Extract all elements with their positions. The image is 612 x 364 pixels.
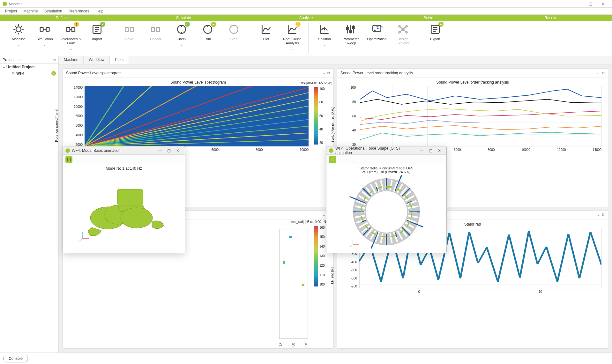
ytick: 12000 — [69, 95, 83, 99]
ribbon-machine-button[interactable]: Machine⌄ — [8, 23, 29, 53]
ytick: 40 — [344, 129, 356, 132]
window-minimize-button[interactable]: — — [571, 2, 584, 6]
cbtick: 60 — [319, 114, 325, 118]
import-icon: ✓ — [91, 23, 103, 36]
chart-title: Stator radial + circumferential OFS at 1… — [359, 166, 413, 174]
popout-icon[interactable]: ⧉ — [602, 71, 605, 75]
ribbon-run-button[interactable]: ▶Run — [198, 23, 218, 53]
tab-workflow[interactable]: Workflow — [84, 56, 110, 64]
plot-selector-spectrogram[interactable]: Sound Power Level spectrogram — [66, 71, 320, 75]
ytick: 100 — [344, 86, 356, 89]
window-maximize-button[interactable]: ▢ — [164, 148, 173, 153]
xtick: 10000 — [521, 148, 530, 152]
ytick: 14000 — [69, 86, 83, 89]
menu-project[interactable]: Project — [2, 8, 20, 14]
ribbon-label: Stop — [230, 37, 238, 41]
svg-rect-9 — [156, 27, 160, 32]
svg-point-12 — [230, 25, 238, 33]
cbtick: 140 — [319, 245, 325, 248]
content-tabs: Machine Workflow Plots — [59, 56, 612, 64]
ribbon-label: Tolerances & Fault — [61, 37, 81, 45]
ribbon-label: Simulation — [36, 37, 53, 41]
float-title: WF4: Operational Force Shape (OFS) anima… — [335, 146, 417, 155]
save-figure-icon[interactable] — [329, 156, 336, 163]
ribbon-plot-button[interactable]: Plot — [256, 23, 276, 53]
cbtick: 80 — [319, 100, 325, 104]
ytick: 60 — [344, 115, 356, 118]
play-badge-icon: ▶ — [438, 22, 444, 27]
xtick: 8000 — [488, 148, 495, 152]
xtick: 88 — [304, 343, 308, 346]
ribbon-label: Import — [92, 37, 102, 41]
ribbon-solution-button[interactable]: Solution⌄ — [314, 23, 335, 53]
xtick: 10000 — [300, 148, 309, 152]
ribbon-export-button[interactable]: ▶Export — [425, 23, 445, 53]
menu-simulation[interactable]: Simulation — [41, 8, 65, 14]
chevron-down-icon[interactable]: ⌄ — [597, 71, 600, 75]
status-ok-icon: ✓ — [51, 71, 56, 76]
spectrogram-viz — [85, 86, 309, 146]
console-bar: Console — [0, 353, 612, 364]
xtick: 12000 — [557, 148, 566, 152]
console-button[interactable]: Console — [3, 355, 28, 362]
xtick: 8000 — [256, 148, 263, 152]
rootcause-icon: ! — [286, 23, 299, 36]
popout-icon[interactable]: ⧉ — [602, 212, 605, 217]
plot-selector-order-tracking[interactable]: Sound Power Level order tracking analysi… — [340, 71, 595, 75]
menu-machine[interactable]: Machine — [20, 8, 41, 14]
window-minimize-button[interactable]: — — [417, 148, 426, 153]
window-close-button[interactable]: ✕ — [435, 148, 444, 153]
xtick: 0 — [418, 290, 420, 293]
window-minimize-button[interactable]: — — [155, 148, 164, 153]
svg-point-67 — [121, 208, 153, 228]
order-tracking-viz — [358, 86, 601, 146]
tree-child-label: WF4 — [16, 71, 24, 76]
float-ofs-animation[interactable]: WF4: Operational Force Shape (OFS) anima… — [326, 146, 447, 253]
ytick: -400 — [342, 260, 357, 264]
tab-machine[interactable]: Machine — [59, 56, 84, 64]
ribbon-import-button[interactable]: ✓Import — [87, 23, 107, 53]
ribbon-tolerances-fault-button[interactable]: !Tolerances & Fault⌄ — [61, 23, 81, 53]
menu-help[interactable]: Help — [92, 8, 107, 14]
chevron-down-icon: ⌄ — [180, 43, 183, 47]
chart-title: Sound Power Level spectrogram — [65, 80, 331, 85]
xtick: 6000 — [212, 148, 219, 152]
ribbon-simulation-button[interactable]: Simulation⌄ — [34, 23, 55, 53]
workflow-icon: ⚙ — [11, 71, 15, 76]
chevron-down-icon[interactable]: ⌄ — [322, 212, 325, 217]
xtick: 10 — [539, 290, 542, 293]
colorbar-title: LwA [dBA re. 1e-12 W] — [299, 81, 332, 85]
ribbon-label: Plot — [263, 37, 269, 41]
chevron-down-icon[interactable]: ⌄ — [597, 212, 600, 217]
tree-child-wf4[interactable]: ⚙ WF4 ✓ — [0, 70, 58, 77]
float-modal-basis[interactable]: WF4: Modal Basis animation — ▢ ✕ Mode No… — [63, 146, 185, 253]
sidebar-header: Project List ⧉ — [0, 56, 58, 64]
save-figure-icon[interactable] — [65, 156, 72, 163]
cancel-icon — [149, 23, 162, 36]
warning-badge-icon: ! — [74, 22, 79, 27]
window-maximize-button[interactable]: ▢ — [584, 2, 597, 6]
window-close-button[interactable]: ✕ — [597, 2, 609, 6]
svg-point-0 — [16, 27, 21, 32]
ribbon-design-explorer-button: Design Explorer — [393, 23, 413, 53]
ribbon-parameter-sweep-button[interactable]: Parameter Sweep — [340, 23, 361, 53]
ytick: -700 — [342, 285, 357, 288]
ribbon-stop-button: Stop — [224, 23, 244, 53]
tab-plots[interactable]: Plots — [110, 56, 129, 64]
svg-rect-7 — [130, 27, 133, 32]
export-icon: ▶ — [429, 23, 442, 36]
chevron-down-icon[interactable]: ⌄ — [322, 71, 325, 75]
window-maximize-button[interactable]: ▢ — [426, 148, 435, 153]
svg-text:min f(x): min f(x) — [376, 26, 383, 28]
ribbon-check-button[interactable]: ✓Check⌄ — [171, 23, 192, 53]
tree-root[interactable]: ⌄ Untitled Project — [0, 64, 58, 70]
ribbon-optimization-button[interactable]: min f(x)Optimization — [367, 23, 387, 53]
menu-preferences[interactable]: Preferences — [65, 8, 93, 14]
colorbar: LwA [dBA re. 1e-12 W] 100 80 60 40 20 — [314, 87, 330, 145]
sidebar-popout-icon[interactable]: ⧉ — [53, 58, 56, 62]
xtick: 14000 — [593, 148, 601, 152]
window-close-button[interactable]: ✕ — [173, 148, 182, 153]
ribbon-root-cause-analysis-button[interactable]: !Root Cause Analysis⌄ — [282, 23, 302, 53]
popout-icon[interactable]: ⧉ — [327, 71, 330, 75]
save-icon — [123, 23, 136, 36]
